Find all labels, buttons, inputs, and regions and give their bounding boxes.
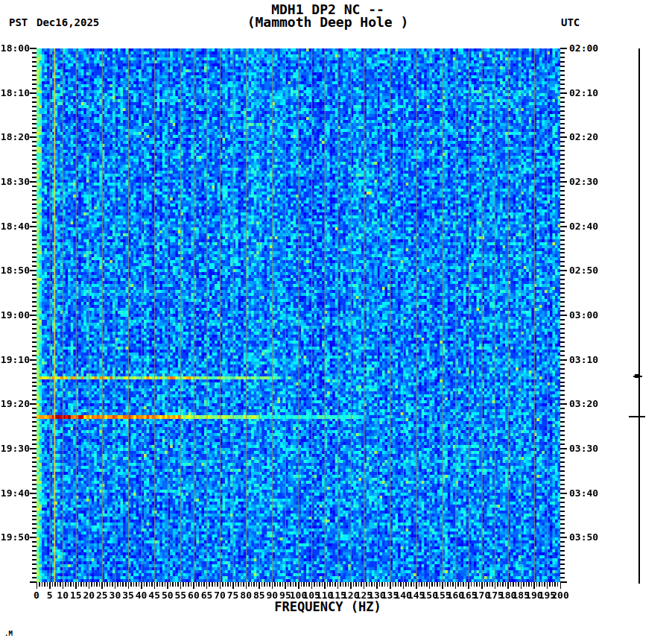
- left-minor-tick: [32, 368, 37, 370]
- right-minor-tick: [560, 61, 565, 63]
- freq-major-tick: [154, 582, 156, 589]
- left-minor-tick: [32, 297, 37, 298]
- left-minor-tick: [32, 523, 37, 525]
- left-minor-tick: [32, 115, 37, 116]
- left-minor-tick: [32, 52, 37, 54]
- left-minor-tick: [32, 244, 37, 245]
- left-minor-tick: [32, 511, 37, 512]
- freq-minor-tick: [188, 582, 189, 587]
- left-minor-tick: [32, 452, 37, 454]
- left-minor-tick: [32, 377, 37, 379]
- freq-minor-tick: [86, 582, 87, 587]
- freq-minor-tick: [94, 582, 95, 587]
- freq-minor-tick: [544, 582, 545, 587]
- left-time-label: 19:30: [0, 443, 30, 454]
- right-minor-tick: [560, 528, 565, 529]
- freq-minor-tick: [516, 582, 517, 587]
- freq-minor-tick: [319, 582, 320, 587]
- left-minor-tick: [32, 332, 37, 334]
- right-minor-tick: [560, 190, 565, 192]
- freq-minor-tick: [411, 582, 412, 587]
- right-minor-tick: [560, 457, 565, 458]
- left-minor-tick: [32, 350, 37, 352]
- right-minor-tick: [560, 274, 565, 276]
- amplitude-trace-line: [638, 48, 640, 584]
- left-minor-tick: [32, 274, 37, 276]
- right-minor-tick: [560, 297, 565, 298]
- freq-minor-tick: [96, 582, 98, 587]
- right-minor-tick: [560, 79, 565, 80]
- left-minor-tick: [32, 506, 37, 508]
- right-minor-tick: [560, 66, 565, 67]
- right-minor-tick: [560, 265, 565, 267]
- left-minor-tick: [32, 150, 37, 151]
- right-minor-tick: [560, 466, 565, 467]
- left-minor-tick: [32, 97, 37, 98]
- right-time-label: 03:30: [569, 443, 598, 454]
- left-minor-tick: [32, 337, 37, 338]
- right-minor-tick: [560, 208, 565, 209]
- freq-minor-tick: [54, 582, 56, 587]
- right-time-label: 02:10: [569, 87, 598, 98]
- left-minor-tick: [32, 101, 37, 103]
- freq-minor-tick: [110, 582, 111, 587]
- right-minor-tick: [560, 319, 565, 321]
- right-minor-tick: [560, 199, 565, 201]
- left-minor-tick: [32, 186, 37, 187]
- left-minor-tick: [32, 310, 37, 312]
- freq-minor-tick: [450, 582, 451, 587]
- right-minor-tick: [560, 470, 565, 472]
- left-minor-tick: [32, 66, 37, 67]
- right-minor-tick: [560, 452, 565, 454]
- right-minor-tick: [560, 475, 565, 476]
- left-minor-tick: [32, 177, 37, 178]
- right-time-label: 03:20: [569, 398, 598, 409]
- right-major-tick: [560, 226, 567, 227]
- freq-minor-tick: [445, 582, 446, 587]
- left-minor-tick: [32, 426, 37, 427]
- freq-minor-tick: [353, 582, 355, 587]
- freq-minor-tick: [497, 582, 498, 587]
- left-minor-tick: [32, 221, 37, 223]
- freq-minor-tick: [413, 582, 415, 587]
- left-minor-tick: [32, 265, 37, 267]
- freq-minor-tick: [230, 582, 232, 587]
- freq-minor-tick: [293, 582, 294, 587]
- freq-major-tick: [468, 582, 469, 589]
- freq-minor-tick: [476, 582, 478, 587]
- right-minor-tick: [560, 488, 565, 490]
- freq-major-tick: [495, 582, 496, 589]
- left-minor-tick: [32, 279, 37, 280]
- freq-minor-tick: [332, 582, 334, 587]
- freq-minor-tick: [301, 582, 302, 587]
- freq-minor-tick: [177, 582, 179, 587]
- right-minor-tick: [560, 461, 565, 463]
- freq-minor-tick: [288, 582, 289, 587]
- left-minor-tick: [32, 515, 37, 517]
- right-minor-tick: [560, 568, 565, 569]
- freq-minor-tick: [217, 582, 218, 587]
- freq-minor-tick: [212, 582, 213, 587]
- freq-major-tick: [63, 582, 64, 589]
- freq-minor-tick: [369, 582, 370, 587]
- spectrogram-page: PST Dec16,2025 MDH1 DP2 NC -- (Mammoth D…: [0, 0, 672, 644]
- freq-minor-tick: [170, 582, 171, 587]
- freq-minor-tick: [526, 582, 527, 587]
- freq-major-tick: [429, 582, 431, 589]
- freq-minor-tick: [400, 582, 402, 587]
- freq-minor-tick: [531, 582, 533, 587]
- freq-minor-tick: [466, 582, 467, 587]
- freq-minor-tick: [536, 582, 538, 587]
- freq-major-tick: [37, 582, 38, 589]
- spectrogram-canvas: [37, 48, 560, 582]
- right-minor-tick: [560, 88, 565, 89]
- freq-minor-tick: [99, 582, 101, 587]
- left-minor-tick: [32, 550, 37, 552]
- freq-minor-tick: [552, 582, 554, 587]
- left-minor-tick: [32, 488, 37, 490]
- left-minor-tick: [32, 283, 37, 285]
- freq-minor-tick: [70, 582, 72, 587]
- right-time-label: 02:00: [569, 42, 598, 54]
- freq-major-tick: [89, 582, 90, 589]
- freq-minor-tick: [479, 582, 481, 587]
